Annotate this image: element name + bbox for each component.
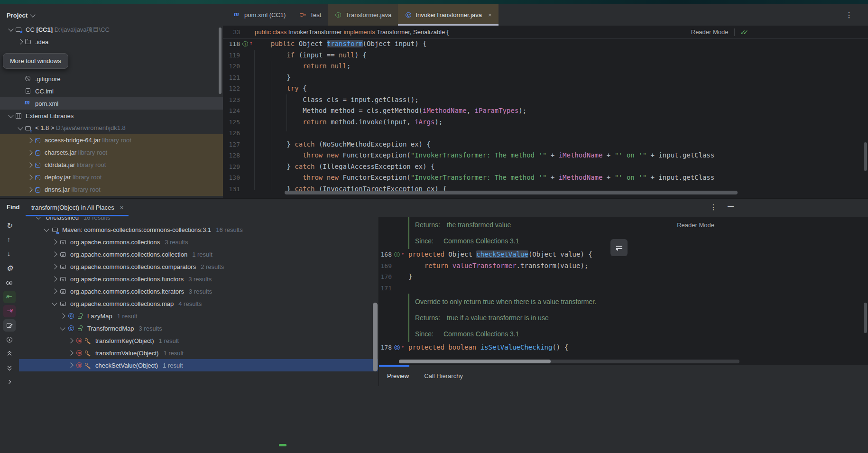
expand-all-button[interactable] [0,347,19,361]
find-result-row[interactable]: Maven: commons-collections:commons-colle… [19,223,378,236]
project-tree-row[interactable]: deploy.jar library root [0,171,223,184]
gutter-icon[interactable] [241,94,250,106]
find-result-row[interactable]: org.apache.commons.collections.functors3… [19,273,378,285]
chevron-box[interactable] [7,115,15,117]
project-tree-scrollbar[interactable] [219,28,222,94]
chevron-box[interactable] [50,289,58,293]
gutter-icon[interactable] [241,117,250,128]
editor-horizontal-scrollbar[interactable] [285,191,738,194]
project-tree-row[interactable]: CC [CC1] D:\java\java项目\CC [0,23,223,36]
code-line[interactable]: 169 return valueTransformer.transform(va… [379,260,868,272]
chevron-box[interactable] [34,217,42,219]
code-line[interactable]: 130 throw new FunctorException("InvokerT… [223,172,868,184]
chevron-box[interactable] [26,176,34,179]
refresh-button[interactable] [0,219,19,233]
code-line[interactable]: 127 } catch (NoSuchMethodException ex) { [223,139,868,150]
project-tree-row[interactable]: .idea [0,36,223,48]
reader-mode-label[interactable]: Reader Mode [691,28,729,36]
find-result-row[interactable]: transformKey(Object)1 result [19,334,378,347]
info-button[interactable] [0,333,19,347]
project-tree-row[interactable]: cldrdata.jar library root [0,159,223,171]
gutter-icon[interactable] [241,150,250,161]
chevron-box[interactable] [26,139,34,142]
inspections-ok-icon[interactable]: ✓✓ [740,28,749,36]
chevron-box[interactable] [50,265,58,268]
code-line[interactable]: 129 } catch (IllegalAccessException ex) … [223,161,868,173]
code-line[interactable]: 121 } [223,72,868,83]
project-tree-row[interactable]: access-bridge-64.jar library root [0,134,223,147]
preview-vertical-scrollbar[interactable] [864,303,867,333]
project-tree-row[interactable]: < 1.8 > D:\java\enviroment\jdk1.8 [0,122,223,134]
tab-preview[interactable]: Preview [387,372,409,379]
gutter-icon[interactable]: ↑ [393,342,402,353]
editor-vertical-scrollbar[interactable] [864,142,867,171]
code-line[interactable]: 171 [379,283,868,294]
project-tree-row[interactable]: .gitignore [0,73,223,85]
gutter-icon[interactable] [241,61,250,72]
chevron-box[interactable] [26,163,34,167]
chevron-box[interactable] [26,188,34,192]
find-result-row[interactable]: TransformedMap3 results [19,322,378,334]
jump-source-pink-button[interactable] [0,304,19,318]
editor-tab[interactable]: Transformer.java [328,4,398,26]
project-tree-row[interactable]: dnsns.jar library root [0,184,223,196]
open-new-tab-button[interactable] [0,318,19,333]
project-tree-row[interactable]: charsets.jar library root [0,147,223,159]
gutter-icon[interactable] [241,72,250,83]
gutter-icon[interactable] [241,128,250,139]
chevron-right-small-button[interactable] [0,375,19,389]
gutter-icon[interactable] [241,83,250,94]
arrow-up-button[interactable] [0,233,19,247]
editor-tab[interactable]: InvokerTransformer.java× [398,4,498,26]
toggle-rendered-doc-button[interactable] [610,239,628,256]
project-tree-row[interactable]: External Libraries [0,110,223,122]
code-line[interactable]: 119 if (input == null) { [223,50,868,61]
chevron-box[interactable] [66,339,74,342]
code-line[interactable]: 170} [379,271,868,283]
find-result-row[interactable]: LazyMap1 result [19,310,378,322]
gear-button[interactable] [0,261,19,276]
gutter-icon[interactable] [241,50,250,61]
gutter-icon[interactable]: ↑ [393,249,402,260]
find-result-row[interactable]: Unclassified16 results [19,217,378,223]
code-line[interactable]: 120 return null; [223,61,868,72]
code-line[interactable]: 125 return method.invoke(input, iArgs); [223,117,868,128]
find-result-row[interactable]: org.apache.commons.collections.collectio… [19,248,378,260]
arrow-down-button[interactable] [0,247,19,261]
editor-tab[interactable]: pom.xml (CC1) [227,4,292,26]
preview-code-editor[interactable]: Returns:the transformed valueSince:Commo… [379,217,868,353]
gutter-icon[interactable] [241,161,250,173]
gutter-icon[interactable] [241,139,250,150]
find-options-kebab-icon[interactable]: ⋮ [710,203,717,212]
chevron-box[interactable] [50,252,58,256]
collapse-all-button[interactable] [0,361,19,375]
minimize-icon[interactable]: — [728,203,734,210]
find-result-row[interactable]: org.apache.commons.collections3 results [19,236,378,248]
code-line[interactable]: 118↑ public Object transform(Object inpu… [223,38,868,50]
code-editor[interactable]: 118↑ public Object transform(Object inpu… [223,38,868,194]
chevron-box[interactable] [58,327,66,330]
gutter-icon[interactable] [241,105,250,117]
gutter-icon[interactable]: ↑ [241,38,250,50]
project-tree-row[interactable]: CC.iml [0,85,223,97]
chevron-box[interactable] [7,28,15,31]
gutter-icon[interactable] [241,184,250,195]
project-panel-header[interactable]: Project [7,12,35,19]
code-line[interactable]: 126 [223,128,868,139]
code-line[interactable]: 123 Class cls = input.getClass(); [223,94,868,106]
close-icon[interactable]: × [120,204,124,211]
scrollbar-thumb[interactable] [399,360,551,363]
find-results-scrollbar[interactable] [373,303,378,371]
code-line[interactable]: 122 try { [223,83,868,94]
chevron-box[interactable] [50,303,58,305]
chevron-box[interactable] [42,229,50,231]
eye-button[interactable] [0,276,19,290]
tab-options-kebab-icon[interactable]: ⋮ [845,10,853,19]
code-line[interactable]: 124 Method method = cls.getMethod(iMetho… [223,105,868,117]
chevron-box[interactable] [58,314,66,318]
find-results-tab[interactable]: transform(Object) in All Places × [28,199,127,216]
chevron-box[interactable] [66,351,74,355]
code-line[interactable]: 128 throw new FunctorException("InvokerT… [223,150,868,161]
code-line[interactable]: 178↑protected boolean isSetValueChecking… [379,342,868,353]
find-result-row[interactable]: transformValue(Object)1 result [19,347,378,359]
